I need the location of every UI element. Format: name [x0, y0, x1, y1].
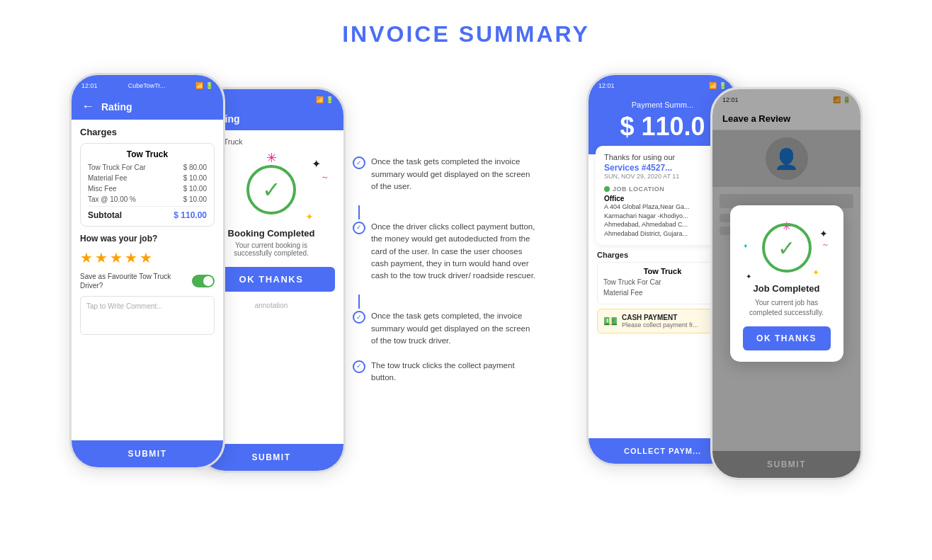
star-5[interactable]: ★	[140, 249, 152, 266]
subtotal-row: Subtotal $ 110.00	[88, 206, 207, 220]
ok-thanks-button-4[interactable]: OK THANKS	[743, 326, 831, 350]
info-text-2: Once the driver clicks collect payment b…	[371, 221, 537, 282]
modal-overlay: ✳ ✦ ✦ ✦ ♦ ～ ✓ Job Completed Your current…	[712, 89, 860, 478]
phone-4: 12:01 📶 🔋 Leave a Review 👤 ✳	[710, 87, 863, 480]
favourite-label: Save as Favourite Tow Truck Driver?	[80, 272, 186, 290]
info-point-1: Once the task gets completed the invoice…	[353, 156, 537, 193]
charges-box-1: Tow Truck Tow Truck For Car $ 80.00 Mate…	[80, 143, 215, 227]
modal-sparkle-pink2: ～	[822, 239, 829, 250]
table-row: Misc Fee $ 10.00	[88, 185, 207, 193]
date-text: SUN, NOV 29, 2020 AT 11	[604, 173, 721, 180]
service-number: Services #4527...	[604, 163, 721, 173]
payment-header-title: Payment Summ...	[598, 101, 727, 109]
comment-placeholder: Tap to Write Comment...	[86, 302, 163, 310]
info-text-1: Once the task gets completed the invoice…	[371, 156, 537, 193]
dot-icon-2	[353, 222, 365, 234]
payment-amount: $ 110.0	[598, 112, 727, 142]
modal-check-circle: ✓	[762, 223, 812, 273]
charges-title-1: Charges	[80, 127, 215, 137]
submit-button-1[interactable]: SUBMIT	[72, 440, 223, 467]
table-row: Material Fee $ 10.00	[88, 174, 207, 182]
star-2[interactable]: ★	[95, 249, 108, 266]
modal-sparkle-yellow: ✦	[812, 268, 819, 278]
green-dot-icon	[604, 186, 610, 192]
header-title-1: Rating	[101, 101, 132, 113]
booking-title: Booking Completed	[208, 228, 335, 239]
info-text-3: Once the task gets completed, the invoic…	[371, 310, 537, 347]
table-row: Tax @ 10.00 % $ 10.00	[88, 195, 207, 203]
star-1[interactable]: ★	[80, 249, 93, 266]
connector-1	[358, 205, 360, 219]
modal-check-icon: ✓	[778, 236, 795, 261]
comment-box[interactable]: Tap to Write Comment...	[80, 296, 215, 335]
favourite-toggle[interactable]	[192, 275, 215, 287]
star-3[interactable]: ★	[110, 249, 123, 266]
ps-row-2: Material Fee	[603, 289, 722, 297]
modal-card: ✳ ✦ ✦ ✦ ♦ ～ ✓ Job Completed Your current…	[730, 205, 843, 362]
status-bar-1: 12:01 CubeTowTr... 📶 🔋	[72, 75, 223, 93]
phones-container: 12:01 CubeTowTr... 📶 🔋 ← Rating Charges …	[20, 73, 912, 480]
cash-sub: Please collect payment fr...	[622, 321, 698, 328]
cash-icon: 💵	[603, 314, 618, 328]
status-icons-2: 📶 🔋	[316, 96, 334, 103]
info-point-2: Once the driver clicks collect payment b…	[353, 221, 537, 282]
page-title: INVOICE SUMMARY	[342, 21, 590, 47]
modal-sparkle-left: ✦	[746, 273, 751, 280]
ps-row-1: Tow Truck For Car	[603, 278, 722, 286]
completion-animation: ✳ ✦ ✦ ✦ ♦ ～ ✓	[208, 150, 335, 228]
star-rating[interactable]: ★ ★ ★ ★ ★	[80, 249, 215, 266]
info-text-4: The tow truck clicks the collect payment…	[371, 360, 537, 384]
cash-label: CASH PAYMENT	[622, 314, 698, 321]
favourite-toggle-row: Save as Favourite Tow Truck Driver?	[80, 272, 215, 290]
location-section: JOB LOCATION Office A 404 Global Plaza,N…	[604, 185, 721, 238]
info-section: Once the task gets completed the invoice…	[346, 142, 544, 411]
thanks-text: Thanks for using our	[604, 153, 721, 161]
modal-sparkle-teal: ♦	[744, 242, 748, 249]
back-button-1[interactable]: ←	[81, 99, 94, 114]
status-carrier-1: CubeTowTr...	[128, 82, 166, 89]
annotation-2: annotation	[208, 297, 335, 314]
location-name: Office	[604, 195, 721, 202]
modal-title: Job Completed	[743, 283, 831, 294]
modal-sparkle-right: ✦	[819, 228, 828, 239]
charges-section-1: Charges Tow Truck Tow Truck For Car $ 80…	[72, 120, 223, 440]
status-icons-3: 📶 🔋	[709, 82, 727, 89]
job-question: How was your job?	[80, 234, 215, 244]
tow-truck-2: Tow Truck	[208, 137, 335, 146]
status-icons-1: 📶 🔋	[195, 82, 213, 89]
cash-payment-row: 💵 CASH PAYMENT Please collect payment fr…	[597, 309, 728, 333]
subtotal-label: Subtotal	[88, 210, 122, 220]
checkmark-circle-2: ✓	[246, 165, 296, 215]
info-point-4: The tow truck clicks the collect payment…	[353, 360, 537, 384]
location-label: JOB LOCATION	[604, 185, 721, 193]
ok-thanks-button-2[interactable]: OK THANKS	[208, 267, 335, 292]
tow-truck-label-1: Tow Truck	[88, 149, 207, 159]
status-time-1: 12:01	[81, 82, 98, 89]
info-point-3: Once the task gets completed, the invoic…	[353, 310, 537, 347]
modal-animation: ✳ ✦ ✦ ✦ ♦ ～ ✓	[743, 219, 831, 283]
dot-icon-4	[353, 360, 365, 373]
table-row: Tow Truck For Car $ 80.00	[88, 164, 207, 171]
ps-tow-label: Tow Truck	[603, 267, 722, 275]
star-4[interactable]: ★	[125, 249, 137, 266]
sparkle-pink-top: ✳	[266, 150, 277, 166]
modal-sub: Your current job has completed successfu…	[743, 298, 831, 318]
status-time-3: 12:01	[598, 82, 615, 89]
phone1-header: ← Rating	[72, 93, 223, 120]
location-address: A 404 Global Plaza,Near Ga... Karmachari…	[604, 202, 721, 238]
connector-2	[358, 295, 360, 309]
sparkle-star-right: ✦	[312, 157, 321, 171]
booking-sub: Your current booking issuccessfully comp…	[208, 241, 335, 257]
phone-1: 12:01 CubeTowTr... 📶 🔋 ← Rating Charges …	[69, 73, 225, 469]
dot-icon-1	[353, 156, 365, 169]
subtotal-amount: $ 110.00	[174, 210, 207, 220]
ps-charges-box: Tow Truck Tow Truck For Car Material Fee	[597, 262, 728, 304]
dot-icon-3	[353, 311, 365, 324]
check-icon-2: ✓	[262, 176, 281, 203]
sparkle-yellow: ✦	[305, 211, 314, 222]
sparkle-pink-right: ～	[321, 171, 329, 183]
payment-card: Thanks for using our Services #4527... S…	[596, 146, 729, 245]
